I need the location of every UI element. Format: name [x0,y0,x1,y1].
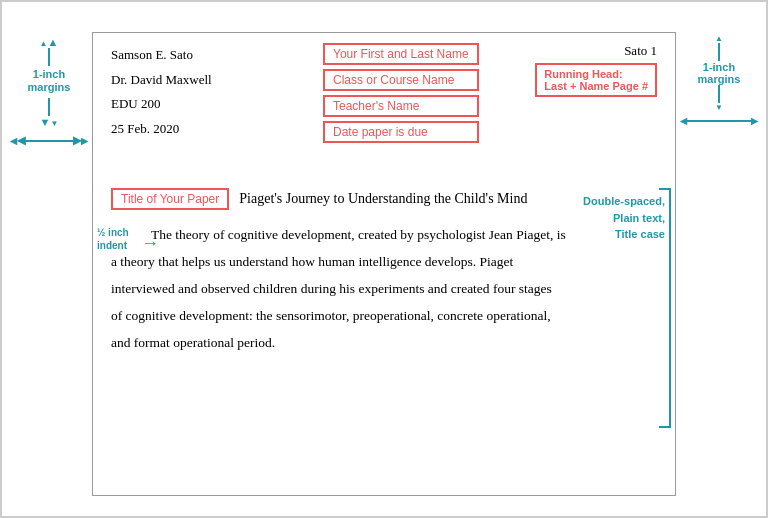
left-arrowhead-icon: ◀ [10,134,25,147]
body-paragraph: The theory of cognitive development, cre… [111,221,657,356]
indent-annotation: ½ inch indent [97,226,129,252]
page-container: ▲ 1-inch margins ▼ ◀ ▶ ▲ 1-inch margins … [0,0,768,518]
body-line-4: of cognitive development: the sensorimot… [111,308,551,323]
up-arrow-icon: ▲ [40,36,59,48]
course-name: EDU 200 [111,92,212,117]
info-annotations: Your First and Last Name Class or Course… [323,43,479,143]
paper-body: The theory of cognitive development, cre… [111,221,657,356]
body-line-1: The theory of cognitive development, cre… [151,227,566,242]
teacher-annotation-box: Teacher's Name [323,95,479,117]
down-arrow-icon: ▼ [40,116,59,128]
author-name: Samson E. Sato [111,43,212,68]
date-annotation-box: Date paper is due [323,121,479,143]
paper-title: Piaget's Journey to Understanding the Ch… [239,191,527,207]
paper-date: 25 Feb. 2020 [111,117,212,142]
running-head-label: Running Head: [544,68,622,80]
author-info: Samson E. Sato Dr. David Maxwell EDU 200… [111,43,212,142]
course-annotation-box: Class or Course Name [323,69,479,91]
left-margin-annotation: ▲ 1-inch margins ▼ ◀ ▶ [10,34,88,147]
right-margin-label: 1-inch margins [698,61,741,85]
indent-arrow-icon: → [141,233,159,254]
paper-document: Samson E. Sato Dr. David Maxwell EDU 200… [92,32,676,496]
body-line-2: a theory that helps us understand how hu… [111,254,513,269]
right-margin-annotation: ▲ 1-inch margins ▼ ◀ ▶ [680,34,758,126]
title-annotation-box: Title of Your Paper [111,188,229,210]
running-head-value: Last + Name Page # [544,80,648,92]
name-annotation-box: Your First and Last Name [323,43,479,65]
left-margin-label: 1-inch margins [28,68,71,94]
body-line-5: and format operational period. [111,335,275,350]
teal-bracket [659,188,671,428]
running-head-box: Running Head: Last + Name Page # [535,63,657,97]
professor-name: Dr. David Maxwell [111,68,212,93]
page-number: Sato 1 [535,43,657,59]
right-arrowhead-icon: ▶ [73,134,88,147]
body-line-3: interviewed and observed children during… [111,281,552,296]
top-right-info: Sato 1 Running Head: Last + Name Page # [535,43,657,97]
